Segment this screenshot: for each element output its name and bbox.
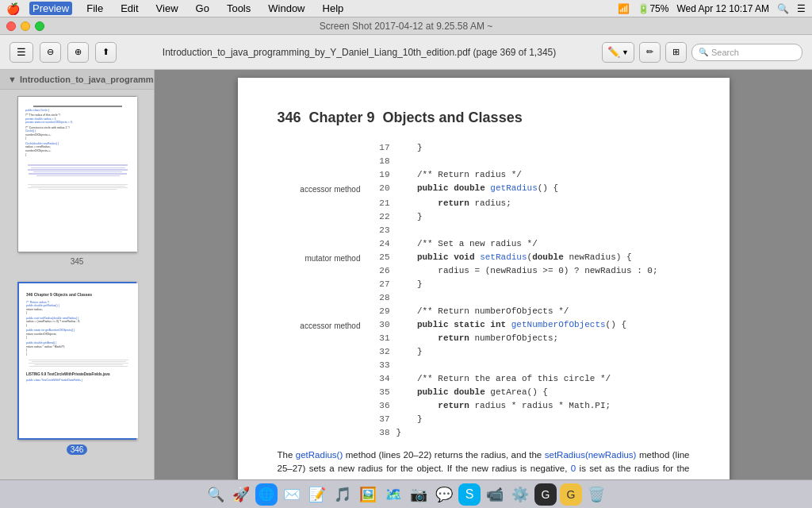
dock-app1[interactable]: G xyxy=(534,483,557,506)
code-line-28: 28 xyxy=(373,292,690,304)
code-line-25: mutator method 25 public void setRadius(… xyxy=(373,252,690,264)
menubar-items: Preview File Edit View Go Tools Window H… xyxy=(29,2,347,15)
dock-notes[interactable]: 📝 xyxy=(306,483,328,506)
accessor-method-annotation-2: accessor method xyxy=(282,321,361,330)
zoom-out-btn[interactable]: ⊖ xyxy=(40,42,61,63)
chapter-label: Chapter 9 xyxy=(309,110,375,126)
battery-icon: 🔋75% xyxy=(638,3,668,14)
maximize-button[interactable] xyxy=(35,21,44,31)
menubar-file[interactable]: File xyxy=(83,2,106,15)
sidebar-toggle[interactable]: ☰ xyxy=(10,42,33,63)
dock-skype[interactable]: S xyxy=(458,483,481,506)
thumb-img-345: public class Circle { /** The radius of … xyxy=(18,97,137,252)
code-line-35: 35 public double getArea() { xyxy=(373,387,690,398)
setradius-link[interactable]: setRadius(newRadius) xyxy=(545,450,637,460)
layout-icon: ⊞ xyxy=(672,47,680,57)
dock-finder[interactable]: 🔍 xyxy=(205,483,227,506)
pdf-page: 346 Chapter 9 Objects and Classes 17 } 1… xyxy=(238,78,730,479)
menubar: 🍎 Preview File Edit View Go Tools Window… xyxy=(0,0,812,17)
dock-maps[interactable]: 🗺️ xyxy=(382,483,404,506)
code-line-32: 32 } xyxy=(373,346,690,358)
sidebar-header: ▼ Introduction_to_java_programmin... xyxy=(0,70,154,90)
menubar-preview[interactable]: Preview xyxy=(29,2,72,15)
dock-photos[interactable]: 🖼️ xyxy=(357,483,379,506)
sidebar-label: Introduction_to_java_programmin... xyxy=(20,75,155,84)
dock-messages[interactable]: 💬 xyxy=(433,483,455,506)
code-line-24: 24 /** Set a new radius */ xyxy=(373,238,690,250)
dock-app2[interactable]: G xyxy=(560,483,582,506)
page-layout-btn[interactable]: ⊞ xyxy=(665,42,687,63)
code-block-container: 17 } 18 19 /** Return radius */ accessor… xyxy=(373,142,690,439)
accessor-method-annotation-1: accessor method xyxy=(282,185,361,194)
code-line-30: accessor method 30 public static int get… xyxy=(373,319,690,331)
content-area[interactable]: 346 Chapter 9 Objects and Classes 17 } 1… xyxy=(155,70,812,479)
dock-safari[interactable]: 🌐 xyxy=(255,483,278,506)
markup-toolbar-btn[interactable]: ✏️ ▼ xyxy=(602,42,634,63)
page-thumbnail-345[interactable]: public class Circle { /** The radius of … xyxy=(17,96,136,252)
code-line-36: 36 return radius * radius * Math.PI; xyxy=(373,400,690,412)
code-line-17: 17 } xyxy=(373,142,690,154)
page-num-346: 346 xyxy=(67,444,88,455)
spotlight-icon[interactable]: 🔍 xyxy=(777,3,789,14)
sidebar-thumb-345: public class Circle { /** The radius of … xyxy=(17,96,136,269)
menubar-right: 📶 🔋75% Wed Apr 12 10:17 AM 🔍 ☰ xyxy=(618,3,806,14)
current-page-badge: 346 xyxy=(67,444,88,455)
dock-launchpad[interactable]: 🚀 xyxy=(230,483,252,506)
sidebar-toggle-btn[interactable]: ☰ xyxy=(10,43,33,62)
dock-trash[interactable]: 🗑️ xyxy=(585,483,607,506)
sidebar: ▼ Introduction_to_java_programmin... pub… xyxy=(0,70,155,479)
menubar-view[interactable]: View xyxy=(153,2,182,15)
minimize-button[interactable] xyxy=(21,21,30,31)
titlebar: Screen Shot 2017-04-12 at 9.25.58 AM ~ xyxy=(0,17,812,35)
code-line-37: 37 } xyxy=(373,414,690,425)
code-line-23: 23 xyxy=(373,225,690,237)
code-line-27: 27 } xyxy=(373,279,690,291)
window-controls xyxy=(6,21,44,31)
zoom-out-icon: ⊖ xyxy=(47,47,54,57)
chevron-down-icon: ▼ xyxy=(622,48,629,56)
document-title: Introduction_to_java_programming_by_Y_Da… xyxy=(123,47,596,58)
markup-icon: ✏ xyxy=(646,47,653,57)
getradius-link[interactable]: getRadius() xyxy=(296,450,343,460)
notification-icon[interactable]: ☰ xyxy=(797,3,806,14)
menubar-window[interactable]: Window xyxy=(265,2,308,15)
dock: 🔍 🚀 🌐 ✉️ 📝 🎵 🖼️ 🗺️ 📷 💬 S 📹 ⚙️ G G 🗑️ xyxy=(0,479,812,508)
toolbar-right: ✏️ ▼ ✏ ⊞ 🔍 Search xyxy=(602,42,802,63)
dock-facetime2[interactable]: 📹 xyxy=(484,483,506,506)
thumb-img-346: 346 Chapter 9 Objects and Classes /** Re… xyxy=(19,283,138,438)
code-line-29: 29 /** Return numberOfObjects */ xyxy=(373,306,690,318)
dock-facetime[interactable]: 📷 xyxy=(408,483,430,506)
dock-mail[interactable]: ✉️ xyxy=(281,483,303,506)
search-placeholder: Search xyxy=(711,48,739,57)
code-line-26: 26 radius = (newRadius >= 0) ? newRadius… xyxy=(373,265,690,277)
chapter-header: 346 Chapter 9 Objects and Classes xyxy=(278,110,690,126)
body-paragraph-1: The getRadius() method (lines 20–22) ret… xyxy=(278,448,690,479)
main-layout: ▼ Introduction_to_java_programmin... pub… xyxy=(0,70,812,479)
menubar-tools[interactable]: Tools xyxy=(224,2,254,15)
apple-menu[interactable]: 🍎 xyxy=(6,2,20,15)
markup-tools-btn[interactable]: ✏ xyxy=(639,42,661,63)
close-button[interactable] xyxy=(6,21,16,31)
zoom-in-btn[interactable]: ⊕ xyxy=(67,42,89,63)
mutator-method-annotation: mutator method xyxy=(282,254,361,263)
menubar-go[interactable]: Go xyxy=(193,2,213,15)
page-num-345: 345 xyxy=(71,257,84,266)
dock-music[interactable]: 🎵 xyxy=(331,483,354,506)
menubar-edit[interactable]: Edit xyxy=(117,2,141,15)
share-btn[interactable]: ⬆ xyxy=(95,42,117,63)
menubar-help[interactable]: Help xyxy=(320,2,347,15)
sidebar-collapse-icon[interactable]: ▼ xyxy=(8,75,17,84)
share-icon: ⬆ xyxy=(102,47,109,57)
code-line-19: 19 /** Return radius */ xyxy=(373,169,690,181)
code-line-21: 21 return radius; xyxy=(373,198,690,210)
search-icon: 🔍 xyxy=(699,48,708,56)
code-line-20: accessor method 20 public double getRadi… xyxy=(373,183,690,194)
window-title: Screen Shot 2017-04-12 at 9.25.58 AM ~ xyxy=(320,21,492,32)
chapter-page-num: 346 xyxy=(278,110,301,126)
search-box[interactable]: 🔍 Search xyxy=(691,44,802,61)
code-line-18: 18 xyxy=(373,156,690,167)
code-line-22: 22 } xyxy=(373,211,690,223)
dock-settings[interactable]: ⚙️ xyxy=(509,483,531,506)
zoom-in-icon: ⊕ xyxy=(75,47,82,57)
page-thumbnail-346[interactable]: 346 Chapter 9 Objects and Classes /** Re… xyxy=(17,282,136,440)
